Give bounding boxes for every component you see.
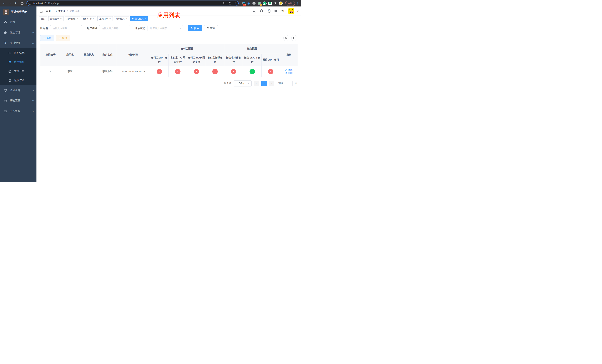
password-key-icon[interactable] bbox=[223, 2, 226, 5]
col-created: 创建时间 bbox=[117, 44, 150, 66]
yen-icon: ¥ bbox=[4, 41, 7, 45]
prev-page-button[interactable]: ‹ bbox=[254, 81, 259, 86]
sidebar-item-label: 退款订单 bbox=[14, 79, 34, 82]
close-icon[interactable]: ✕ bbox=[109, 18, 111, 20]
search-icon[interactable] bbox=[252, 9, 257, 13]
payment-submenu: 商户信息 应用信息 支付订单 bbox=[0, 48, 36, 85]
chat-extension-icon[interactable] bbox=[268, 1, 272, 5]
user-menu-caret-icon[interactable]: ∨ bbox=[297, 10, 299, 12]
wx-app-status-icon[interactable] bbox=[268, 69, 273, 74]
help-icon[interactable]: ? bbox=[267, 9, 271, 13]
close-icon[interactable]: ✕ bbox=[126, 18, 127, 20]
tab-app-info[interactable]: 应用信息✕ bbox=[130, 16, 148, 21]
gem-extension-icon[interactable]: ◆ bbox=[247, 1, 250, 5]
sidebar-item-app-info[interactable]: 应用信息 bbox=[0, 57, 36, 67]
font-size-icon[interactable]: TT bbox=[281, 9, 285, 13]
breadcrumb-payment[interactable]: 支付管理 bbox=[55, 10, 65, 13]
back-icon[interactable]: ← bbox=[2, 1, 7, 6]
col-alipay-app: 支付宝 APP 支付 bbox=[150, 54, 169, 66]
close-icon[interactable]: ✕ bbox=[60, 18, 62, 20]
bookmark-star-icon[interactable]: ☆ bbox=[234, 1, 236, 5]
app-name-input[interactable] bbox=[50, 25, 82, 31]
delete-link[interactable]: 删除 bbox=[285, 72, 293, 75]
status-label: 开启状态 bbox=[135, 27, 145, 30]
sidebar-item-merchant-info[interactable]: 商户信息 bbox=[0, 48, 36, 57]
coin-icon bbox=[8, 70, 11, 73]
sidebar-item-system[interactable]: 系统管理 ∨ bbox=[0, 27, 36, 38]
refresh-table-button[interactable] bbox=[291, 35, 297, 41]
page-size-select[interactable]: ∨ bbox=[234, 80, 252, 86]
extensions-puzzle-icon[interactable] bbox=[274, 1, 277, 5]
tab-pay-orders[interactable]: 支付订单✕ bbox=[81, 16, 96, 21]
alipay-wap-status-icon[interactable] bbox=[194, 69, 199, 74]
user-avatar[interactable] bbox=[288, 8, 294, 14]
status-select[interactable]: ∨ bbox=[148, 25, 183, 31]
app-logo: 🐰 bbox=[3, 9, 9, 15]
sidebar-item-refund-orders[interactable]: 退款订单 bbox=[0, 76, 36, 85]
yuque-extension-icon[interactable]: y bbox=[263, 1, 267, 5]
next-page-button[interactable]: › bbox=[269, 81, 274, 86]
grid-extension-icon[interactable]: 10 bbox=[241, 1, 245, 5]
screen: ← → ↻ i localhost:1024/pay/app ☆ 10 bbox=[0, 0, 301, 182]
reload-icon[interactable]: ↻ bbox=[14, 1, 19, 6]
sidebar-item-workflow[interactable]: 工作流程 ∨ bbox=[0, 106, 36, 116]
share-icon[interactable] bbox=[228, 2, 231, 5]
profile-avatar[interactable] bbox=[279, 1, 283, 5]
tab-refund-orders[interactable]: 退款订单✕ bbox=[97, 16, 113, 21]
sidebar-item-devtools[interactable]: 研发工具 ∨ bbox=[0, 96, 36, 106]
wx-jsapi-status-icon[interactable] bbox=[249, 69, 255, 74]
page-1-button[interactable]: 1 bbox=[261, 81, 267, 86]
extension-badge: 10 bbox=[243, 4, 246, 6]
tab-merchant-info[interactable]: 商户信息✕ bbox=[114, 16, 129, 21]
col-app-name: 应用名 bbox=[61, 44, 79, 66]
breadcrumb-home[interactable]: 首页 bbox=[46, 10, 51, 13]
url-text[interactable]: localhost:1024/pay/app bbox=[33, 2, 221, 5]
app-logo-row[interactable]: 🐰 芋道管理系统 bbox=[0, 7, 36, 17]
command-extension-icon[interactable]: ⌘ bbox=[252, 1, 256, 5]
forward-icon[interactable]: → bbox=[8, 1, 13, 6]
status-select-input[interactable] bbox=[148, 25, 183, 31]
extension-badge: 1 bbox=[260, 4, 262, 6]
close-icon[interactable]: ✕ bbox=[76, 18, 78, 20]
site-info-icon[interactable]: i bbox=[29, 2, 31, 5]
goto-page-input[interactable] bbox=[286, 81, 293, 86]
breadcrumb-separator: / bbox=[67, 10, 68, 13]
col-wx-app: 微信 APP 支付 bbox=[262, 54, 280, 66]
alipay-app-status-icon[interactable] bbox=[157, 69, 162, 74]
home-icon[interactable] bbox=[20, 1, 24, 6]
address-bar[interactable]: i localhost:1024/pay/app ☆ bbox=[27, 1, 238, 6]
reset-button[interactable]: 重置 bbox=[204, 25, 218, 31]
page-size-value[interactable] bbox=[234, 80, 252, 86]
browser-menu-icon[interactable]: ⋮ bbox=[296, 2, 299, 5]
sidebar-item-home[interactable]: 首页 bbox=[0, 17, 36, 27]
sidebar-item-payment[interactable]: ¥ 支付管理 ∧ bbox=[0, 38, 36, 48]
chrome-update-button[interactable]: 更新 bbox=[285, 1, 295, 6]
export-button[interactable]: 导出 bbox=[56, 35, 70, 41]
close-icon[interactable]: ✕ bbox=[93, 18, 94, 20]
tab-process-form[interactable]: 流程表单✕ bbox=[48, 16, 64, 21]
merchant-name-input[interactable] bbox=[99, 25, 130, 31]
col-merchant: 商户名称 bbox=[98, 44, 117, 66]
cell-created: 2021-10-23 08:49:25 bbox=[117, 66, 150, 77]
col-ops: 操作 bbox=[280, 44, 298, 66]
avatar-extension-icon[interactable]: 1 bbox=[258, 1, 261, 5]
tab-user-group[interactable]: 用户分组✕ bbox=[64, 16, 80, 21]
col-alipay-pc: 支付宝 PC 网站支付 bbox=[169, 54, 187, 66]
collapse-sidebar-icon[interactable] bbox=[39, 9, 43, 13]
sidebar-item-label: 商户信息 bbox=[14, 51, 34, 54]
edit-link[interactable]: 修改 bbox=[285, 68, 293, 72]
close-icon[interactable]: ✕ bbox=[145, 18, 146, 20]
add-button[interactable]: ＋ 新增 bbox=[40, 35, 54, 41]
tab-home[interactable]: 首页 bbox=[39, 16, 47, 21]
fullscreen-icon[interactable] bbox=[274, 9, 278, 13]
github-icon[interactable] bbox=[259, 9, 264, 13]
wx-mini-status-icon[interactable] bbox=[231, 69, 236, 74]
sidebar-item-infra[interactable]: 基础设施 ∨ bbox=[0, 85, 36, 96]
sidebar-item-pay-orders[interactable]: 支付订单 bbox=[0, 67, 36, 76]
search-button[interactable]: 搜索 bbox=[188, 25, 202, 31]
toggle-search-button[interactable] bbox=[283, 35, 289, 41]
document-icon bbox=[8, 79, 11, 82]
alipay-pc-status-icon[interactable] bbox=[175, 69, 181, 74]
alipay-qr-status-icon[interactable] bbox=[212, 69, 218, 74]
browser-toolbar: ← → ↻ i localhost:1024/pay/app ☆ 10 bbox=[0, 0, 301, 7]
